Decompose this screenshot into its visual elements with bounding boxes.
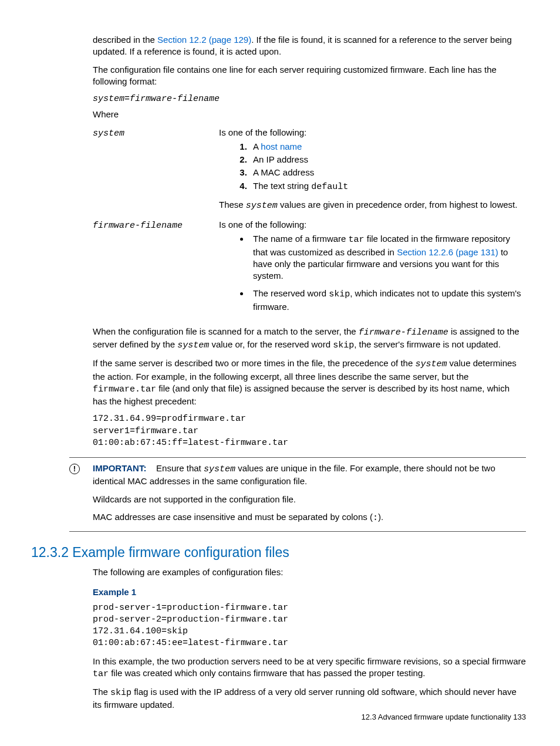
callout-p2: Wildcards are not supported in the confi… [93, 494, 526, 505]
text: Ensure that [156, 463, 204, 473]
list-item: An IP address [249, 154, 526, 166]
list-item: The name of a firmware tar file located … [249, 233, 526, 282]
code-skip: skip [333, 340, 354, 350]
code-block-precedence: 172.31.64.99=prodfirmware.tar server1=fi… [93, 413, 526, 449]
code-block-example-1: prod-server-1=production-firmware.tar pr… [93, 602, 526, 650]
where-label: Where [93, 109, 526, 120]
code-skip: skip [110, 688, 131, 698]
def-system-intro: Is one of the following: [219, 127, 526, 139]
section-heading-12-3-2: 12.3.2 Example firmware configuration fi… [31, 544, 526, 562]
code-tar: tar [349, 235, 365, 245]
important-icon: ! [69, 464, 80, 474]
system-list: A host name An IP address A MAC address … [219, 141, 526, 193]
paragraph-scan: When the configuration file is scanned f… [93, 326, 526, 352]
def-system-after: These system values are given in precede… [219, 199, 526, 212]
callout-p1: IMPORTANT: Ensure that system values are… [93, 463, 526, 488]
code-system: system [415, 359, 447, 369]
text: The name of a firmware [253, 234, 349, 244]
code-system: system [204, 464, 235, 474]
page-footer: 12.3 Advanced firmware update functional… [362, 712, 526, 723]
code-tar: tar [93, 669, 109, 679]
text: flag is used with the IP address of a ve… [93, 687, 517, 710]
text: In this example, the two production serv… [93, 656, 526, 666]
list-item: The reserved word skip, which indicates … [249, 288, 526, 313]
text: , the server's firmware is not updated. [354, 339, 501, 349]
firmware-list: The name of a firmware tar file located … [219, 233, 526, 313]
text: These [219, 200, 246, 210]
code-eq: = [124, 94, 130, 104]
text: If the same server is described two or m… [93, 358, 415, 368]
format-line: system=firmware-filename [93, 93, 526, 105]
text: The reserved word [253, 288, 329, 298]
code-firmware-filename: firmware-filename [359, 328, 448, 337]
definition-table: system Is one of the following: A host n… [93, 127, 526, 319]
intro-paragraph-1: described in the Section 12.2 (page 129)… [93, 34, 526, 58]
link-section-12-2-6[interactable]: Section 12.2.6 (page 131) [397, 247, 498, 257]
text: A [253, 141, 261, 151]
code-system: system [246, 201, 278, 211]
link-host-name[interactable]: host name [261, 141, 302, 151]
example-1-explain-2: The skip flag is used with the IP addres… [93, 686, 526, 711]
text: The text string [253, 181, 311, 191]
text: values are given in precedence order, fr… [278, 200, 518, 210]
text: values are unique in the file. For examp… [93, 463, 495, 486]
link-section-12-2[interactable]: Section 12.2 (page 129) [157, 35, 251, 45]
important-label: IMPORTANT: [93, 463, 146, 473]
code-firmware-filename: firmware-filename [130, 94, 220, 104]
list-item: A host name [249, 141, 526, 153]
text: MAC addresses are case insensitive and m… [93, 512, 373, 522]
text: described in the [93, 35, 157, 45]
examples-intro: The following are examples of configurat… [93, 566, 526, 578]
text: file was created which only contains fir… [109, 668, 425, 678]
def-firmware-intro: Is one of the following: [219, 219, 526, 231]
example-1-label: Example 1 [93, 586, 526, 598]
def-term-system: system [93, 127, 219, 140]
text: ). [378, 512, 383, 522]
code-firmware-tar: firmware.tar [93, 384, 156, 394]
text: When the configuration file is scanned f… [93, 326, 359, 336]
example-1-explain-1: In this example, the two production serv… [93, 656, 526, 681]
important-callout: ! IMPORTANT: Ensure that system values a… [69, 457, 526, 532]
text: value or, for the reserved word [209, 339, 333, 349]
text: The [93, 687, 110, 697]
def-row-system: system Is one of the following: A host n… [93, 127, 526, 212]
code-default: default [311, 182, 348, 192]
callout-p3: MAC addresses are case insensitive and m… [93, 511, 526, 524]
def-row-firmware: firmware-filename Is one of the followin… [93, 219, 526, 319]
code-system: system [177, 340, 209, 350]
intro-paragraph-2: The configuration file contains one line… [93, 64, 526, 88]
def-term-firmware: firmware-filename [93, 219, 219, 232]
code-system: system [93, 94, 124, 104]
code-colon: : [373, 513, 378, 523]
list-item: A MAC address [249, 167, 526, 178]
list-item: The text string default [249, 180, 526, 193]
paragraph-precedence: If the same server is described two or m… [93, 357, 526, 407]
code-skip: skip [329, 289, 350, 299]
